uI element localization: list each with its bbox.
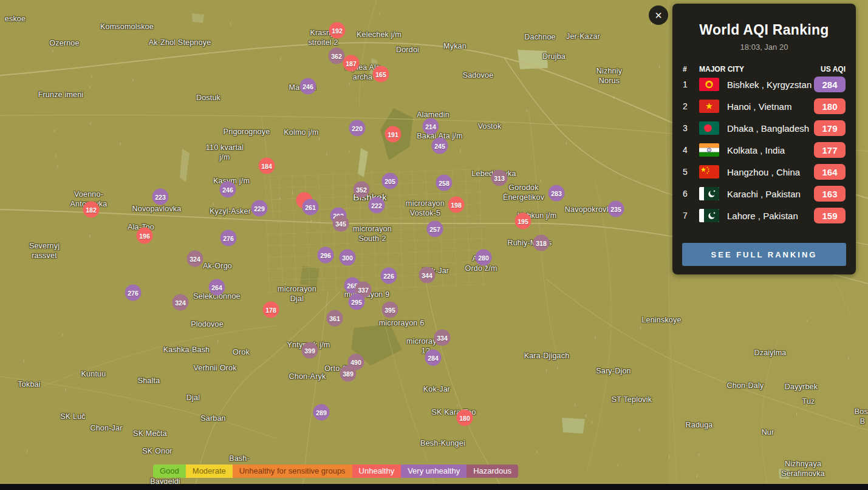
rank-number: 4 <box>683 145 699 155</box>
pk-flag-icon <box>699 187 719 200</box>
see-full-ranking-button[interactable]: SEE FULL RANKING <box>682 243 846 266</box>
panel-title: World AQI Ranking <box>672 22 856 38</box>
aqi-station-marker[interactable]: 182 <box>83 202 100 218</box>
ranking-row[interactable]: 6Karachi , Pakistan163 <box>672 183 856 205</box>
aqi-station-marker[interactable]: 229 <box>251 200 268 217</box>
aqi-station-marker[interactable]: 352 <box>354 182 370 198</box>
aqi-station-marker[interactable]: 344 <box>419 267 436 284</box>
legend-chip: Hazardous <box>466 464 518 478</box>
aqi-station-marker[interactable]: 324 <box>187 251 203 267</box>
rank-number: 6 <box>683 189 699 199</box>
aqi-station-marker[interactable]: 395 <box>382 302 398 318</box>
aqi-station-marker[interactable]: 222 <box>369 197 385 214</box>
city-name: Dhaka , Bangladesh <box>727 123 814 134</box>
aqi-station-marker[interactable]: 296 <box>318 247 334 264</box>
close-icon: × <box>655 9 662 22</box>
aqi-station-marker[interactable]: 276 <box>125 285 142 301</box>
vn-flag-icon <box>699 100 719 113</box>
aqi-station-marker[interactable]: 283 <box>548 185 565 202</box>
aqi-legend: GoodModerateUnhealthy for sensitive grou… <box>153 464 518 478</box>
bd-flag-icon <box>699 121 719 135</box>
column-rank: # <box>683 65 699 73</box>
rank-number: 3 <box>683 123 699 133</box>
aqi-station-marker[interactable]: 258 <box>436 175 453 191</box>
ranking-rows: 1Bishkek , Kyrgyzstan2842Hanoi , Vietnam… <box>672 73 856 226</box>
ranking-row[interactable]: 3Dhaka , Bangladesh179 <box>672 117 856 139</box>
aqi-station-marker[interactable]: 318 <box>533 235 550 251</box>
column-major-city: MAJOR CITY <box>699 65 821 73</box>
legend-chip: Moderate <box>186 464 233 478</box>
ranking-row[interactable]: 7Lahore , Pakistan159 <box>672 205 856 226</box>
city-name: Kolkata , India <box>727 145 814 155</box>
aqi-station-marker[interactable]: 257 <box>427 221 443 237</box>
aqi-station-marker[interactable]: 399 <box>302 342 318 359</box>
world-aqi-ranking-panel: i World AQI Ranking 18:03, Jan 20 # MAJO… <box>672 4 856 274</box>
aqi-station-marker[interactable]: 295 <box>349 294 365 310</box>
aqi-value-badge: 159 <box>814 208 846 223</box>
aqi-value-badge: 179 <box>814 120 846 136</box>
aqi-station-marker[interactable]: 180 <box>457 410 473 426</box>
aqi-value-badge: 163 <box>814 186 846 202</box>
aqi-value-badge: 177 <box>814 142 846 158</box>
aqi-station-marker[interactable]: 246 <box>220 182 236 198</box>
rank-number: 5 <box>683 167 699 177</box>
city-name: Lahore , Pakistan <box>727 211 814 221</box>
ranking-row[interactable]: 5Hangzhou , China164 <box>672 161 856 183</box>
aqi-station-marker[interactable]: 235 <box>608 201 624 217</box>
aqi-value-badge: 164 <box>814 164 846 180</box>
ranking-row[interactable]: 1Bishkek , Kyrgyzstan284 <box>672 73 856 95</box>
legend-chip: Good <box>153 464 186 478</box>
aqi-station-marker[interactable]: 280 <box>476 250 492 266</box>
aqi-station-marker[interactable]: 191 <box>385 126 402 143</box>
rank-number: 2 <box>683 101 699 111</box>
aqi-station-marker[interactable]: 220 <box>349 120 366 137</box>
aqi-station-marker[interactable]: 196 <box>137 228 153 244</box>
aqi-station-marker[interactable]: 226 <box>381 268 397 284</box>
aqi-station-marker[interactable]: 261 <box>302 199 319 216</box>
aqi-station-marker[interactable]: 205 <box>382 173 398 189</box>
aqi-station-marker[interactable]: 198 <box>448 197 465 213</box>
aqi-station-marker[interactable]: 187 <box>343 55 360 72</box>
aqi-value-badge: 284 <box>814 77 846 92</box>
city-name: Hanoi , Vietnam <box>727 101 814 112</box>
aqi-station-marker[interactable]: 276 <box>220 230 237 247</box>
legend-chip: Unhealthy <box>352 464 402 478</box>
cn-flag-icon <box>699 165 719 179</box>
aqi-station-marker[interactable]: 245 <box>432 138 448 154</box>
aqi-station-marker[interactable]: 324 <box>173 294 189 311</box>
legend-chip: Unhealthy for sensitive groups <box>233 464 352 478</box>
aqi-station-marker[interactable]: 313 <box>491 170 508 186</box>
legend-chip: Very unhealthy <box>401 464 466 478</box>
aqi-station-marker[interactable]: 264 <box>209 279 225 296</box>
map-attribution-bar <box>0 484 868 490</box>
ranking-row[interactable]: 2Hanoi , Vietnam180 <box>672 95 856 117</box>
aqi-station-marker[interactable]: 178 <box>263 302 279 318</box>
aqi-station-marker[interactable]: 345 <box>333 216 349 232</box>
aqi-station-marker[interactable]: 223 <box>152 189 169 205</box>
city-name: Bishkek , Kyrgyzstan <box>727 80 814 90</box>
aqi-station-marker[interactable]: 184 <box>259 158 275 174</box>
rank-number: 1 <box>683 80 699 89</box>
aqi-value-badge: 180 <box>814 98 846 114</box>
aqi-station-marker[interactable]: 284 <box>425 350 442 366</box>
aqi-station-marker[interactable]: 195 <box>515 213 531 230</box>
aqi-station-marker[interactable]: 192 <box>329 22 346 39</box>
rank-number: 7 <box>683 211 699 220</box>
aqi-station-marker[interactable]: 361 <box>327 310 343 327</box>
aqi-station-marker[interactable]: 214 <box>423 118 439 135</box>
aqi-station-marker[interactable]: 289 <box>313 404 330 421</box>
pk-flag-icon <box>699 209 719 222</box>
in-flag-icon <box>699 143 719 157</box>
column-us-aqi: US AQI <box>821 65 846 73</box>
ranking-header-row: # MAJOR CITY US AQI <box>672 65 856 73</box>
aqi-station-marker[interactable]: 165 <box>373 66 389 83</box>
aqi-station-marker[interactable]: 362 <box>329 48 345 64</box>
aqi-station-marker[interactable]: 389 <box>340 366 357 382</box>
aqi-station-marker[interactable]: 300 <box>340 250 356 266</box>
ranking-row[interactable]: 4Kolkata , India177 <box>672 139 856 161</box>
aqi-station-marker[interactable]: 334 <box>434 330 451 346</box>
city-name: Hangzhou , China <box>727 167 814 177</box>
panel-timestamp: 18:03, Jan 20 <box>672 43 856 52</box>
close-button[interactable]: × <box>649 5 668 25</box>
aqi-station-marker[interactable]: 246 <box>300 78 316 95</box>
